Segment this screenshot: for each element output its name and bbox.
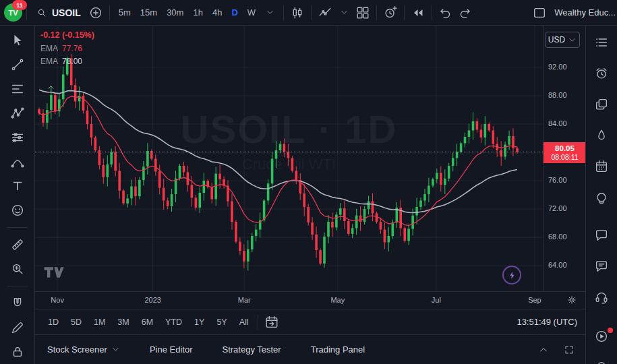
- economic-calendar-button[interactable]: [591, 159, 612, 174]
- price-tick: 92.00: [548, 63, 567, 71]
- bar-replay-button[interactable]: [409, 3, 428, 22]
- time-axis[interactable]: Nov2023MarMayJulSep: [35, 291, 585, 309]
- ema-fast-legend[interactable]: EMA 77.76: [40, 44, 94, 53]
- tab-stock-screener[interactable]: Stock Screener: [47, 344, 120, 355]
- watchlist-button[interactable]: [591, 35, 612, 50]
- magnet-icon: [10, 296, 25, 311]
- comments-button[interactable]: [591, 259, 612, 274]
- interval-menu-button[interactable]: [260, 3, 279, 22]
- chevron-down-icon: [340, 8, 349, 17]
- timeframe-15m-button[interactable]: 15m: [136, 4, 162, 22]
- forecast-tool-button[interactable]: [6, 129, 29, 146]
- timeframe-4h-button[interactable]: 4h: [208, 4, 227, 22]
- range-1m-button[interactable]: 1M: [89, 314, 110, 330]
- text-tool-button[interactable]: [6, 178, 29, 194]
- chevron-up-icon: [538, 344, 549, 355]
- fib-retracement-icon: [10, 82, 25, 96]
- streams-icon: [594, 329, 609, 344]
- timeframe-d-button[interactable]: D: [227, 4, 242, 22]
- divider: [311, 5, 312, 20]
- timeframe-w-button[interactable]: W: [243, 4, 260, 22]
- chevron-down-icon: [111, 345, 120, 354]
- pitchfork-tool-button[interactable]: [6, 154, 29, 170]
- chart-settings-button[interactable]: [566, 295, 577, 307]
- fib-retracement-tool-button[interactable]: [6, 81, 29, 97]
- lock-tool-button[interactable]: [6, 344, 29, 360]
- tab-strategy-tester[interactable]: Strategy Tester: [222, 344, 281, 355]
- price-axis[interactable]: 80.05 08:08:11 92.0088.0084.0080.0076.00…: [543, 26, 586, 291]
- xabcd-pattern-icon: [10, 106, 25, 121]
- zoom-tool-button[interactable]: [6, 261, 29, 277]
- cursor-tool-button[interactable]: [6, 32, 29, 49]
- bottom-panel-tabs: Stock ScreenerPine EditorStrategy Tester…: [35, 335, 585, 364]
- layout-grid-button[interactable]: [353, 3, 372, 22]
- redo-button[interactable]: [455, 3, 474, 22]
- quick-trade-button[interactable]: [502, 266, 521, 284]
- range-6m-button[interactable]: 6M: [137, 314, 158, 330]
- draw-tool-button[interactable]: [6, 320, 29, 336]
- account-name[interactable]: Wealthy Educ...: [554, 7, 616, 18]
- range-3m-button[interactable]: 3M: [113, 314, 134, 330]
- pitchfork-icon: [10, 154, 25, 169]
- utc-clock[interactable]: 13:51:49 (UTC): [517, 317, 577, 327]
- price-tick: 88.00: [548, 91, 567, 99]
- notification-count-badge: 11: [12, 0, 27, 10]
- tradingview-watermark-logo[interactable]: [43, 265, 66, 282]
- tradingview-app: TV 11 USOIL 5m15m30m1h4hDW: [0, 0, 617, 364]
- current-price: 80.05: [543, 144, 586, 153]
- timeframe-1h-button[interactable]: 1h: [188, 4, 207, 22]
- range-ytd-button[interactable]: YTD: [160, 314, 187, 330]
- emoji-tool-button[interactable]: [6, 202, 29, 218]
- magnet-tool-button[interactable]: [6, 295, 29, 311]
- compare-add-symbol-button[interactable]: [86, 3, 105, 22]
- ideas-button[interactable]: [591, 190, 612, 205]
- chart-style-button[interactable]: [288, 3, 307, 22]
- chevron-down-icon: [266, 8, 274, 17]
- alerts-button[interactable]: [591, 66, 612, 81]
- range-1y-button[interactable]: 1Y: [189, 314, 209, 330]
- alerts-icon: [594, 66, 609, 81]
- tab-trading-panel[interactable]: Trading Panel: [311, 344, 365, 355]
- chart-canvas[interactable]: USOIL · 1D Crude Oil WTI -0.12 (-0.15%) …: [35, 26, 543, 291]
- xabcd-pattern-tool-button[interactable]: [6, 105, 29, 121]
- legend-collapse-button[interactable]: [45, 82, 57, 92]
- open-panel-button[interactable]: [534, 340, 553, 359]
- layers-button[interactable]: [591, 97, 612, 112]
- ideas-icon: [594, 190, 609, 205]
- tab-pine-editor[interactable]: Pine Editor: [150, 344, 193, 355]
- go-to-date-button[interactable]: [262, 313, 281, 332]
- forecast-icon: [10, 130, 25, 145]
- live-badge: [608, 328, 613, 333]
- timeframe-30m-button[interactable]: 30m: [162, 4, 188, 22]
- save-layout-button[interactable]: [530, 3, 549, 22]
- notifications-button[interactable]: [591, 360, 612, 364]
- range-5d-button[interactable]: 5D: [66, 314, 86, 330]
- range-5y-button[interactable]: 5Y: [212, 314, 231, 330]
- maximize-panel-button[interactable]: [560, 340, 579, 359]
- indicators-button[interactable]: [316, 3, 334, 22]
- economic-calendar-icon: [594, 159, 609, 174]
- notifications-icon: [594, 360, 609, 364]
- timeframe-5m-button[interactable]: 5m: [114, 4, 136, 22]
- ruler-tool-button[interactable]: [6, 237, 29, 253]
- symbol-search-button[interactable]: USOIL: [31, 3, 86, 22]
- timeframe-group: 5m15m30m1h4hDW: [114, 4, 260, 22]
- date-range-toolbar: 1D5D1M3M6MYTD1Y5YAll 13:51:49 (UTC): [35, 309, 585, 335]
- hotlists-button[interactable]: [591, 128, 612, 143]
- ema-slow-legend[interactable]: EMA 78.00: [40, 57, 94, 65]
- range-1d-button[interactable]: 1D: [43, 314, 63, 330]
- support-button[interactable]: [591, 290, 612, 305]
- currency-selector[interactable]: USD: [545, 32, 580, 48]
- chat-button[interactable]: [591, 228, 612, 243]
- trend-line-tool-button[interactable]: [6, 57, 29, 73]
- streams-button[interactable]: [591, 329, 612, 344]
- indicators-menu-button[interactable]: [334, 3, 353, 22]
- create-alert-button[interactable]: [381, 3, 400, 22]
- range-all-button[interactable]: All: [235, 314, 254, 330]
- maximize-icon: [564, 344, 575, 355]
- comments-icon: [594, 259, 609, 274]
- tradingview-logo[interactable]: TV 11: [4, 3, 22, 22]
- time-tick: Sep: [528, 296, 541, 304]
- undo-button[interactable]: [436, 3, 455, 22]
- right-sidebar: [585, 26, 617, 364]
